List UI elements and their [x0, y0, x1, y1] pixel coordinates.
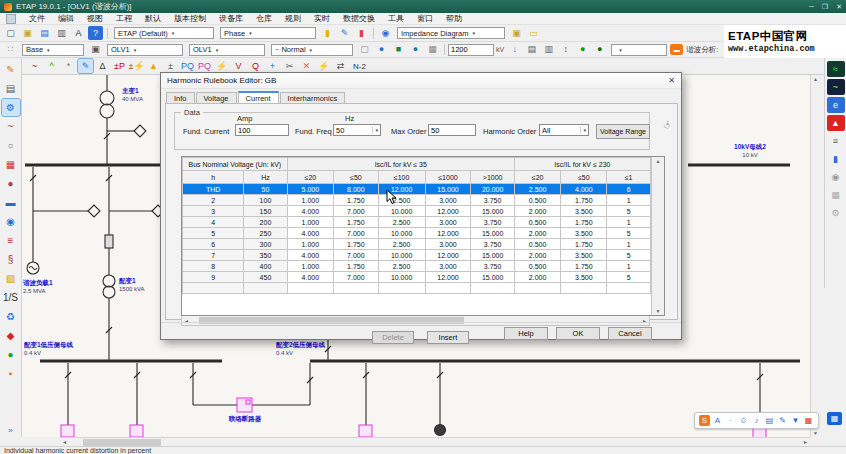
alarm-icon[interactable]: ▲: [827, 115, 845, 131]
table-cell[interactable]: 2.000: [514, 206, 561, 217]
table-row[interactable]: 52504.0007.00010.00012.00015.0002.0003.5…: [183, 228, 651, 239]
table-cell[interactable]: 7.000: [334, 206, 379, 217]
table-row[interactable]: [183, 283, 651, 294]
annotation-pen-icon[interactable]: ✎: [2, 61, 20, 78]
drag-handle-icon[interactable]: ∷: [3, 43, 18, 57]
table-cell[interactable]: 5.000: [287, 184, 333, 195]
table-cell[interactable]: 1.000: [287, 261, 333, 272]
table-cell[interactable]: 3.500: [561, 206, 607, 217]
table-cell[interactable]: 100: [244, 195, 287, 206]
rulebook-table[interactable]: Bus Nominal Voltage (Un: kV)Isc/IL for k…: [182, 157, 651, 294]
topology-orange-icon[interactable]: ▪: [2, 365, 20, 382]
table-cell[interactable]: 3.000: [425, 239, 471, 250]
table-cell[interactable]: [378, 283, 425, 294]
table-cell[interactable]: 2.000: [514, 272, 561, 283]
v-curve-icon[interactable]: V: [231, 59, 246, 73]
table-cell[interactable]: 8.000: [334, 184, 379, 195]
table-row[interactable]: 21001.0001.7502.5003.0003.7500.5001.7501: [183, 195, 651, 206]
configuration-combo[interactable]: ETAP (Default) ▾: [114, 27, 214, 39]
mdi-document-icon[interactable]: [6, 14, 16, 24]
transfer-block-icon[interactable]: 1/S: [2, 289, 20, 306]
minimize-icon[interactable]: ─: [809, 3, 814, 11]
skin-icon[interactable]: ▼: [790, 415, 801, 426]
table-cell[interactable]: 5: [607, 272, 651, 283]
sequence-curve-icon[interactable]: ~: [27, 59, 42, 73]
table-cell[interactable]: 6: [607, 184, 651, 195]
table-cell[interactable]: 0.500: [514, 195, 561, 206]
table-cell[interactable]: 350: [244, 250, 287, 261]
table-column-header[interactable]: ≤50: [334, 171, 379, 184]
fill-color-icon[interactable]: ▮: [320, 26, 335, 40]
options-gray-icon[interactable]: ⚙: [827, 205, 845, 221]
diagram-type-combo[interactable]: Impedance Diagram ▾: [397, 27, 505, 39]
table-cell[interactable]: 7: [183, 250, 244, 261]
menu-item[interactable]: 规则: [285, 13, 301, 24]
table-cell[interactable]: 450: [244, 272, 287, 283]
revision-combo[interactable]: Base ▾: [22, 44, 84, 56]
pq-multi-icon[interactable]: PQ: [197, 59, 212, 73]
table-cell[interactable]: 1.750: [334, 195, 379, 206]
box-green-icon[interactable]: ■: [391, 43, 406, 57]
topology-red-icon[interactable]: ◆: [2, 327, 20, 344]
table-cell[interactable]: 150: [244, 206, 287, 217]
table-cell[interactable]: 2.500: [378, 239, 425, 250]
table-cell[interactable]: 5: [607, 228, 651, 239]
presentation-combo[interactable]: OLV1 ▾: [107, 44, 183, 56]
scroll-right-icon[interactable]: ►: [801, 438, 810, 446]
canvas-vertical-scrollbar[interactable]: ▲ ▼: [810, 75, 820, 437]
table-cell[interactable]: 2.000: [514, 228, 561, 239]
transformer-symbol[interactable]: [100, 91, 114, 105]
table-cell[interactable]: [425, 283, 471, 294]
web-browser-icon[interactable]: e: [827, 97, 845, 113]
table-cell[interactable]: 3.000: [425, 217, 471, 228]
punctuation-icon[interactable]: ·: [725, 415, 736, 426]
table-cell[interactable]: 1.750: [561, 261, 607, 272]
transformer-symbol[interactable]: [103, 286, 115, 298]
menu-item[interactable]: 仓库: [256, 13, 272, 24]
table-cell[interactable]: 1: [607, 239, 651, 250]
table-cell[interactable]: 0.500: [514, 217, 561, 228]
help-icon[interactable]: ?: [88, 26, 103, 40]
n2-contingency-label[interactable]: N-2: [353, 62, 366, 71]
table-cell[interactable]: [244, 283, 287, 294]
menu-item[interactable]: 帮助: [446, 13, 462, 24]
network-gray-icon[interactable]: ▦: [827, 187, 845, 203]
tx-main-label[interactable]: 主变1 40 MVA: [122, 87, 143, 103]
edit-study-icon[interactable]: ✎: [78, 59, 93, 73]
table-column-header[interactable]: ≤20: [514, 171, 561, 184]
view-combo[interactable]: OLV1 ▾: [189, 44, 265, 56]
save-icon[interactable]: ▤: [37, 26, 52, 40]
table-cell[interactable]: 15.000: [425, 184, 471, 195]
table-cell[interactable]: 15.000: [471, 272, 514, 283]
table-cell[interactable]: 7.000: [334, 272, 379, 283]
table-row[interactable]: THD505.0008.00012.00015.00020.0002.5004.…: [183, 184, 651, 195]
table-cell[interactable]: 15.000: [471, 228, 514, 239]
cloud-sync-icon[interactable]: ●: [374, 43, 389, 57]
table-cell[interactable]: 1: [607, 261, 651, 272]
lv-panel-symbol[interactable]: [130, 425, 143, 437]
table-vertical-scrollbar[interactable]: ▲ ▼: [651, 157, 664, 315]
table-cell[interactable]: 5: [607, 206, 651, 217]
table-row[interactable]: 84001.0001.7502.5003.0003.7500.5001.7501: [183, 261, 651, 272]
table-cell[interactable]: 8: [183, 261, 244, 272]
table-cell[interactable]: 4.000: [287, 272, 333, 283]
table-cell[interactable]: 12.000: [425, 250, 471, 261]
table-cell[interactable]: 3.750: [471, 195, 514, 206]
cloud-blue-icon[interactable]: ●: [408, 43, 423, 57]
cable-dark-icon[interactable]: ●: [592, 43, 607, 57]
table-column-header[interactable]: ≤100: [378, 171, 425, 184]
table-cell[interactable]: [183, 283, 244, 294]
cable-green-icon[interactable]: ●: [575, 43, 590, 57]
topology-green-icon[interactable]: ●: [2, 346, 20, 363]
maximize-icon[interactable]: ❐: [822, 3, 828, 11]
table-cell[interactable]: 1.750: [334, 239, 379, 250]
down-arrow-icon[interactable]: ↓: [507, 43, 522, 57]
table-cell[interactable]: 1.000: [287, 239, 333, 250]
table-cell[interactable]: 2: [183, 195, 244, 206]
cable-symbol[interactable]: [105, 235, 113, 248]
table-cell[interactable]: 7.000: [334, 250, 379, 261]
table-row[interactable]: 42001.0001.7502.5003.0003.7500.5001.7501: [183, 217, 651, 228]
table-cell[interactable]: [471, 283, 514, 294]
text-tool-icon[interactable]: A: [71, 26, 86, 40]
meter-diamond[interactable]: [88, 205, 100, 217]
